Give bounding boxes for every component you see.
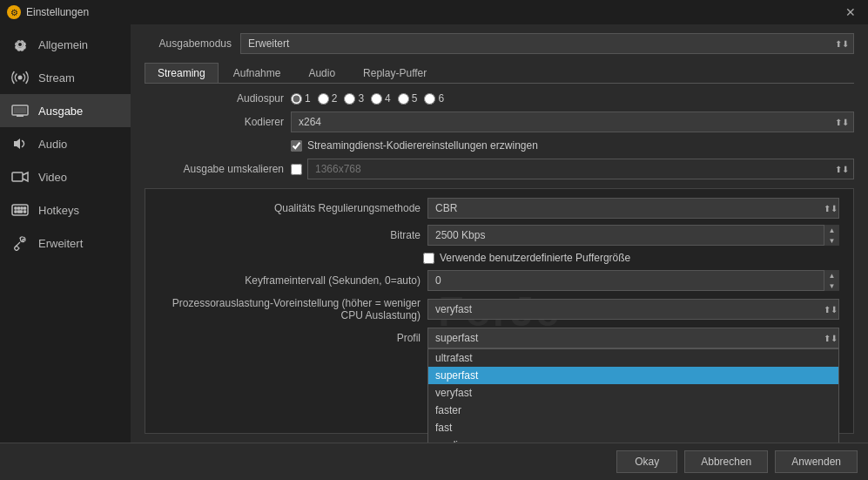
audio-icon (10, 134, 30, 153)
sidebar-label-video: Video (38, 171, 67, 184)
keyframe-spin-down[interactable]: ▼ (824, 281, 839, 291)
tab-streaming[interactable]: Streaming (145, 63, 219, 83)
sidebar-item-stream[interactable]: Stream (0, 61, 131, 94)
profile-option-faster[interactable]: faster (428, 402, 838, 419)
cancel-button[interactable]: Abbrechen (684, 450, 768, 473)
profile-input-wrapper: ⬆⬇ (427, 328, 839, 348)
encoder-select[interactable]: x264 (291, 112, 854, 132)
tab-audio[interactable]: Audio (295, 63, 348, 83)
bitrate-spin-up[interactable]: ▲ (824, 225, 839, 235)
streaming-checkbox-row: Streamingdienst-Kodierereinstellungen er… (145, 139, 854, 152)
output-mode-select-wrapper: Einfach Erweitert ⬆⬇ (240, 33, 854, 54)
keyframe-spin-up[interactable]: ▲ (824, 270, 839, 281)
svg-marker-4 (14, 139, 20, 149)
tab-aufnahme[interactable]: Aufnahme (220, 63, 294, 83)
audio-track-1[interactable]: 1 (291, 92, 311, 105)
profile-option-medium[interactable]: medium (428, 436, 838, 443)
cpu-preset-select[interactable]: ultrafast superfast veryfast faster fast… (427, 299, 839, 320)
svg-rect-8 (18, 207, 20, 209)
keyframe-label: Keyframeintervall (Sekunden, 0=auto) (159, 274, 421, 287)
quality-label: Qualitäts Regulierungsmethode (159, 202, 421, 214)
audio-track-6[interactable]: 6 (424, 92, 444, 105)
svg-rect-13 (24, 211, 26, 213)
sidebar-label-stream: Stream (38, 71, 75, 85)
sidebar-item-video[interactable]: Video (0, 160, 131, 193)
keyboard-icon (10, 200, 30, 220)
bitrate-spinbox: ▲ ▼ (824, 225, 839, 246)
quality-select[interactable]: CBR VBR ABR (427, 198, 839, 219)
titlebar-left: ⚙ Einstellungen (7, 5, 89, 19)
stream-icon (10, 68, 30, 87)
output-mode-select[interactable]: Einfach Erweitert (240, 33, 854, 54)
sidebar: Allgemein Stream (0, 24, 131, 443)
tab-replay[interactable]: Replay-Puffer (350, 63, 440, 83)
gear-icon (10, 35, 30, 54)
window-title: Einstellungen (26, 6, 89, 18)
tools-icon (10, 233, 30, 253)
bitrate-select-wrapper: ▲ ▼ (427, 225, 839, 246)
audio-track-2[interactable]: 2 (318, 92, 338, 105)
profile-row: Profil ⬆⬇ ultrafast superfast veryfast f… (159, 328, 839, 348)
okay-button[interactable]: Okay (616, 450, 677, 473)
encoder-select-wrapper: x264 ⬆⬇ (291, 112, 854, 132)
close-button[interactable]: ✕ (840, 3, 861, 21)
keyframe-input-wrapper: ▲ ▼ (427, 270, 839, 291)
encoder-label: Kodierer (145, 116, 284, 128)
profile-input[interactable] (427, 328, 839, 348)
sidebar-label-hotkeys: Hotkeys (38, 204, 79, 217)
profile-label: Profil (159, 332, 421, 344)
encoder-row: Kodierer x264 ⬆⬇ (145, 112, 854, 132)
rescale-label: Ausgabe umskalieren (145, 163, 284, 175)
sidebar-item-allgemein[interactable]: Allgemein (0, 28, 131, 61)
profile-option-ultrafast[interactable]: ultrafast (428, 349, 838, 367)
svg-rect-9 (21, 207, 23, 209)
bitrate-spin-down[interactable]: ▼ (824, 235, 839, 246)
profile-option-superfast[interactable]: superfast (428, 367, 838, 384)
rescale-checkbox[interactable] (291, 164, 302, 175)
output-mode-label: Ausgabemodus (145, 37, 232, 50)
audio-track-4[interactable]: 4 (371, 92, 391, 105)
sidebar-item-hotkeys[interactable]: Hotkeys (0, 193, 131, 226)
rescale-input[interactable] (307, 159, 854, 179)
keyframe-row: Keyframeintervall (Sekunden, 0=auto) ▲ ▼ (159, 270, 839, 291)
settings-window: ⚙ Einstellungen ✕ Allgemein (0, 0, 868, 480)
sidebar-item-audio[interactable]: Audio (0, 127, 131, 160)
profile-dropdown: ultrafast superfast veryfast faster fast… (427, 348, 839, 443)
bottom-bar: Okay Abbrechen Anwenden (0, 443, 868, 480)
quality-select-wrapper: CBR VBR ABR ⬆⬇ (427, 198, 839, 219)
buffer-checkbox-row: Verwende benutzerdefinierte Puffergröße (159, 252, 839, 264)
profile-chevron-icon: ⬆⬇ (824, 334, 838, 343)
svg-rect-10 (24, 207, 26, 209)
profile-option-veryfast[interactable]: veryfast (428, 384, 838, 402)
sidebar-label-allgemein: Allgemein (38, 38, 88, 51)
bitrate-input[interactable] (427, 225, 839, 246)
svg-rect-2 (14, 107, 26, 113)
svg-rect-11 (15, 211, 17, 213)
svg-rect-6 (12, 205, 28, 215)
rescale-row: Ausgabe umskalieren ⬆⬇ (145, 159, 854, 179)
bitrate-row: Bitrate ▲ ▼ (159, 225, 839, 246)
audio-track-radio-group: 1 2 3 4 5 6 (291, 92, 444, 105)
sidebar-item-ausgabe[interactable]: Ausgabe (0, 94, 131, 127)
sidebar-item-erweitert[interactable]: Erweitert (0, 226, 131, 260)
audio-track-5[interactable]: 5 (398, 92, 418, 105)
keyframe-input[interactable] (427, 270, 839, 291)
quality-row: Qualitäts Regulierungsmethode CBR VBR AB… (159, 198, 839, 219)
svg-point-0 (18, 76, 23, 80)
audio-track-row: Audiospur 1 2 3 4 5 (145, 92, 854, 105)
tabs: Streaming Aufnahme Audio Replay-Puffer (145, 63, 854, 84)
svg-rect-3 (17, 115, 24, 117)
audio-track-3[interactable]: 3 (344, 92, 364, 105)
titlebar: ⚙ Einstellungen ✕ (0, 0, 868, 24)
sidebar-label-ausgabe: Ausgabe (38, 105, 83, 118)
profile-option-fast[interactable]: fast (428, 419, 838, 436)
app-icon: ⚙ (7, 5, 21, 19)
svg-rect-5 (12, 172, 23, 181)
svg-rect-12 (18, 211, 23, 213)
apply-button[interactable]: Anwenden (775, 450, 858, 473)
streaming-checkbox[interactable] (291, 140, 302, 152)
buffer-checkbox[interactable] (423, 253, 434, 264)
streaming-checkbox-label: Streamingdienst-Kodierereinstellungen er… (307, 139, 538, 152)
output-mode-row: Ausgabemodus Einfach Erweitert ⬆⬇ (145, 33, 854, 54)
audio-track-label: Audiospur (145, 92, 284, 105)
